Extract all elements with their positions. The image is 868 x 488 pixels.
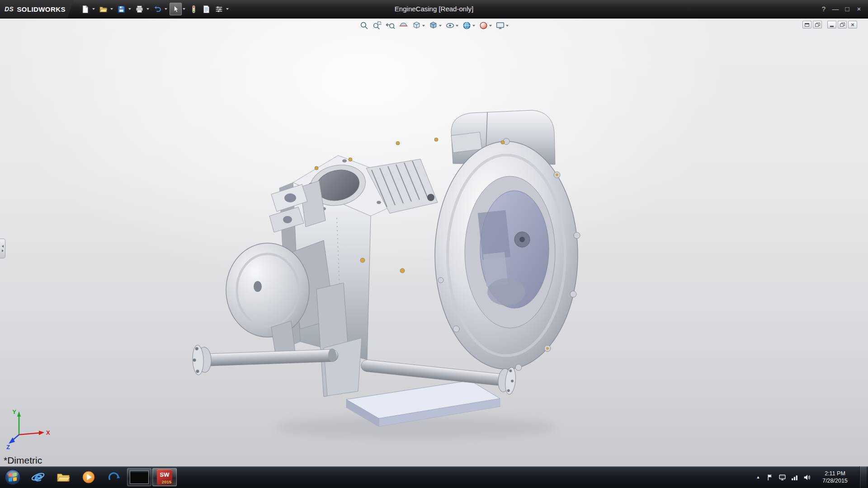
previous-view-button[interactable] bbox=[385, 20, 396, 31]
section-view-icon bbox=[399, 21, 408, 30]
previous-view-icon bbox=[386, 21, 395, 30]
window-controls: ? — □ × bbox=[818, 0, 864, 18]
view-settings-button[interactable] bbox=[495, 20, 509, 31]
edit-appearance-ball-icon bbox=[479, 21, 488, 30]
close-button[interactable]: × bbox=[854, 3, 864, 15]
engine-casing-model[interactable] bbox=[0, 18, 868, 466]
file-properties-button[interactable] bbox=[200, 3, 212, 15]
options-button[interactable] bbox=[213, 3, 225, 15]
app-name: SOLIDWORKS bbox=[17, 5, 65, 13]
open-button[interactable] bbox=[97, 3, 109, 15]
select-dropdown[interactable] bbox=[183, 8, 185, 10]
windows-start-orb-icon bbox=[4, 468, 22, 486]
rebuild-button[interactable] bbox=[188, 3, 200, 15]
view-orientation-cube-icon bbox=[412, 21, 421, 30]
taskbar-solidworks-launcher[interactable] bbox=[102, 467, 126, 487]
undo-button[interactable] bbox=[151, 3, 164, 15]
new-document-icon bbox=[81, 5, 90, 14]
view-orientation-button[interactable] bbox=[411, 20, 426, 31]
view-orientation-dropdown[interactable] bbox=[422, 25, 425, 27]
title-bar: DS SOLIDWORKS bbox=[0, 0, 868, 19]
tray-clock[interactable]: 2:11 PM 7/28/2015 bbox=[815, 470, 855, 485]
hide-show-items-dropdown[interactable] bbox=[456, 25, 458, 27]
rebuild-traffic-light-icon bbox=[189, 5, 198, 14]
zoom-to-area-button[interactable] bbox=[372, 20, 383, 31]
save-button[interactable] bbox=[115, 3, 127, 15]
document-title: EngineCasing [Read-only] bbox=[395, 0, 473, 18]
edit-appearance-dropdown[interactable] bbox=[489, 25, 492, 27]
volume-icon[interactable] bbox=[803, 474, 811, 481]
solidworks-2015-letters: SW bbox=[157, 471, 172, 478]
new-document-dropdown[interactable] bbox=[92, 8, 95, 10]
doc-minimize-button[interactable] bbox=[827, 21, 836, 28]
graphics-area[interactable]: × Y X Z *Dimetric bbox=[0, 18, 868, 466]
display-style-dropdown[interactable] bbox=[439, 25, 442, 27]
hide-show-items-button[interactable] bbox=[444, 20, 459, 31]
taskbar-media-player[interactable] bbox=[76, 467, 101, 487]
taskbar-internet-explorer[interactable]: e bbox=[26, 467, 50, 487]
folder-icon bbox=[56, 470, 71, 484]
undo-dropdown[interactable] bbox=[165, 8, 167, 10]
reference-triad: Y X Z bbox=[5, 408, 55, 451]
apply-scene-button[interactable] bbox=[461, 20, 476, 31]
windows-taskbar: e bbox=[0, 466, 868, 488]
save-dropdown[interactable] bbox=[128, 8, 131, 10]
undo-icon bbox=[153, 5, 162, 14]
solidworks-2015-badge: 2015 bbox=[162, 479, 171, 484]
taskbar-command-prompt[interactable] bbox=[127, 468, 151, 486]
maximize-button[interactable]: □ bbox=[842, 3, 853, 15]
window-icon bbox=[805, 23, 809, 27]
help-button[interactable]: ? bbox=[818, 3, 829, 15]
doc-close-button[interactable]: × bbox=[848, 21, 857, 28]
view-settings-dropdown[interactable] bbox=[506, 25, 509, 27]
print-dropdown[interactable] bbox=[146, 8, 149, 10]
doc-restore-button[interactable] bbox=[838, 21, 847, 28]
triad-x-label: X bbox=[46, 429, 50, 436]
start-button[interactable] bbox=[0, 466, 25, 488]
section-view-button[interactable] bbox=[398, 20, 409, 31]
options-icon bbox=[215, 5, 223, 14]
document-window-controls: × bbox=[802, 21, 857, 28]
zoom-to-fit-icon bbox=[359, 21, 369, 30]
close-icon: × bbox=[851, 22, 854, 28]
select-button[interactable] bbox=[170, 3, 182, 15]
apply-scene-dropdown[interactable] bbox=[472, 25, 475, 27]
zoom-to-fit-button[interactable] bbox=[359, 20, 370, 31]
edit-appearance-button[interactable] bbox=[478, 20, 493, 31]
tray-time: 2:11 PM bbox=[815, 470, 855, 477]
hidden-icons-chevron[interactable]: ▲ bbox=[755, 475, 762, 479]
taskbar-solidworks-2015[interactable]: SW 2015 bbox=[152, 468, 177, 486]
options-dropdown[interactable] bbox=[226, 8, 229, 10]
file-properties-icon bbox=[202, 5, 211, 14]
hide-show-eye-icon bbox=[445, 21, 455, 30]
action-center-flag-icon[interactable] bbox=[766, 474, 774, 481]
display-icon[interactable] bbox=[778, 474, 786, 481]
minimize-icon bbox=[830, 26, 834, 27]
restore-icon bbox=[840, 23, 845, 27]
doc-restore-pane-button[interactable] bbox=[813, 21, 822, 28]
taskbar-windows-explorer[interactable] bbox=[51, 467, 75, 487]
system-tray: ▲ 2:11 PM 7/28/2015 bbox=[755, 466, 868, 488]
solidworks-launcher-icon bbox=[107, 470, 121, 484]
print-button[interactable] bbox=[133, 3, 146, 15]
minimize-button[interactable]: — bbox=[830, 3, 841, 15]
model-side-disc bbox=[226, 243, 309, 337]
quick-access-toolbar bbox=[79, 0, 231, 18]
network-icon[interactable] bbox=[791, 474, 798, 481]
ie-glyph: e bbox=[33, 470, 42, 484]
model-crankcase-housing bbox=[435, 138, 580, 371]
view-settings-monitor-icon bbox=[495, 21, 505, 30]
media-player-icon bbox=[81, 470, 96, 484]
heads-up-view-toolbar bbox=[359, 20, 509, 31]
show-desktop-button[interactable] bbox=[859, 466, 867, 488]
ds-logo-mark: DS bbox=[5, 5, 14, 13]
doc-window-mode-button[interactable] bbox=[802, 21, 811, 28]
new-document-button[interactable] bbox=[79, 3, 91, 15]
open-dropdown[interactable] bbox=[110, 8, 113, 10]
solidworks-logo: DS SOLIDWORKS bbox=[0, 0, 74, 18]
display-style-cube-icon bbox=[429, 21, 438, 30]
featuremanager-collapsed-tab[interactable] bbox=[0, 239, 5, 258]
triad-z-label: Z bbox=[6, 444, 10, 450]
display-style-button[interactable] bbox=[428, 20, 443, 31]
expand-right-arrow-icon bbox=[2, 249, 4, 252]
